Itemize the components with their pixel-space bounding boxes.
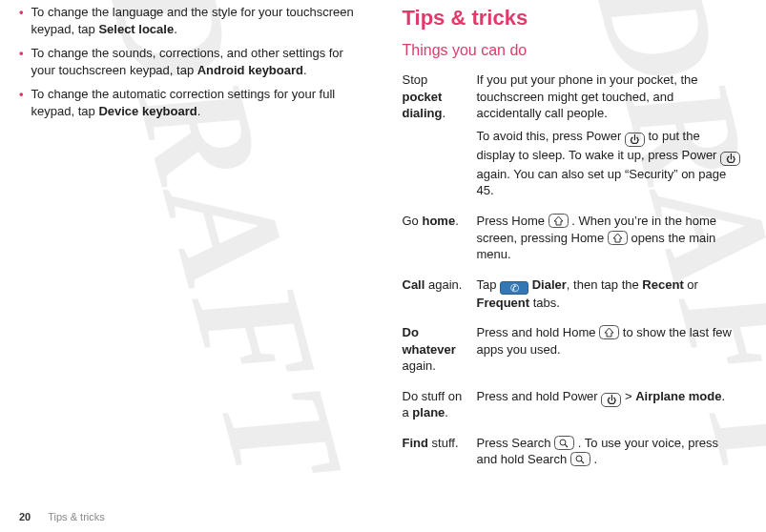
svg-rect-6 bbox=[570, 453, 590, 466]
tip-label: Go home. bbox=[403, 209, 477, 273]
tip-label: Do whatever again. bbox=[403, 320, 477, 384]
tip-description: Tap Dialer, then tap the Recent or Frequ… bbox=[477, 273, 748, 321]
table-row: Do stuff on a plane. Press and hold Powe… bbox=[403, 384, 748, 431]
bullet-dot-icon: • bbox=[19, 45, 24, 78]
home-icon bbox=[549, 214, 569, 228]
home-icon bbox=[608, 231, 628, 245]
bullet-text: To change the sounds, corrections, and o… bbox=[31, 45, 364, 78]
tip-label: Do stuff on a plane. bbox=[403, 384, 477, 431]
bullet-dot-icon: • bbox=[19, 4, 24, 37]
bullet-item: • To change the language and the style f… bbox=[19, 4, 364, 37]
home-icon bbox=[599, 325, 619, 339]
left-column: • To change the language and the style f… bbox=[19, 4, 364, 478]
footer-text: Tips & tricks bbox=[48, 510, 105, 524]
table-row: Go home. Press Home . When you’re in the… bbox=[403, 209, 748, 273]
page-columns: • To change the language and the style f… bbox=[19, 4, 747, 478]
bullet-item: • To change the automatic correction set… bbox=[19, 86, 364, 119]
section-title: Tips & tricks bbox=[403, 4, 748, 32]
bullet-text: To change the automatic correction setti… bbox=[31, 86, 364, 119]
table-row: Find stuff. Press Search . To use your v… bbox=[403, 431, 748, 478]
table-row: Do whatever again. Press and hold Home t… bbox=[403, 320, 748, 384]
page-number: 20 bbox=[19, 510, 31, 524]
tip-description: If you put your phone in your pocket, th… bbox=[477, 68, 748, 209]
tip-label: Stop pocket dialing. bbox=[403, 68, 477, 209]
svg-rect-3 bbox=[555, 436, 574, 449]
tip-description: Press Search . To use your voice, press … bbox=[477, 431, 748, 478]
tip-description: Press and hold Home to show the last few… bbox=[477, 320, 748, 384]
tip-label: Find stuff. bbox=[403, 431, 477, 478]
tips-table: Stop pocket dialing. If you put your pho… bbox=[403, 68, 748, 478]
table-row: Call again. Tap Dialer, then tap the Rec… bbox=[403, 273, 748, 321]
bullet-dot-icon: • bbox=[19, 86, 24, 119]
power-icon bbox=[720, 152, 740, 166]
tip-description: Press Home . When you’re in the home scr… bbox=[477, 209, 748, 273]
bullet-item: • To change the sounds, corrections, and… bbox=[19, 45, 364, 78]
table-row: Stop pocket dialing. If you put your pho… bbox=[403, 68, 748, 209]
right-column: Tips & tricks Things you can do Stop poc… bbox=[403, 4, 748, 478]
search-icon bbox=[554, 436, 574, 450]
tip-label: Call again. bbox=[403, 273, 477, 321]
dialer-icon bbox=[500, 281, 528, 295]
power-icon bbox=[625, 133, 645, 147]
search-icon bbox=[570, 452, 590, 466]
subsection-title: Things you can do bbox=[403, 40, 748, 61]
tip-description: Press and hold Power > Airplane mode. bbox=[477, 384, 748, 431]
page-footer: 20 Tips & tricks bbox=[19, 510, 105, 524]
bullet-text: To change the language and the style for… bbox=[31, 4, 364, 37]
power-icon bbox=[601, 393, 621, 407]
